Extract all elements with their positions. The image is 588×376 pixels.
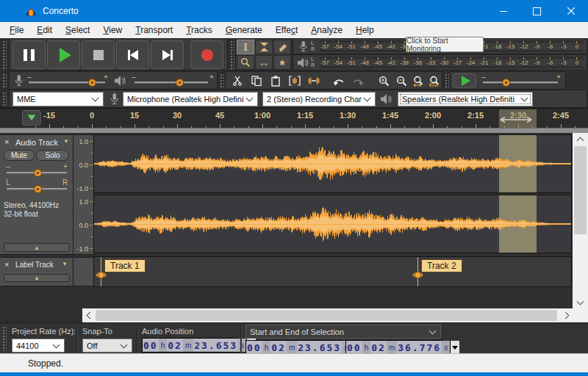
recording-channels-select[interactable]: 2 (Stereo) Recording Channels <box>262 92 376 106</box>
toolbar-grip[interactable] <box>2 326 7 351</box>
fit-selection-button[interactable] <box>411 73 427 88</box>
label-track-lane[interactable]: Track 1Track 2 <box>94 257 571 286</box>
menu-tracks[interactable]: Tracks <box>179 22 219 38</box>
silence-audio-button[interactable] <box>305 73 323 88</box>
track-collapse-button[interactable]: ▲ <box>4 274 70 282</box>
solo-button[interactable]: Solo <box>36 150 69 161</box>
timefield-digits[interactable]: 02 <box>167 339 183 352</box>
menu-analyze[interactable]: Analyze <box>304 22 349 38</box>
menu-effect[interactable]: Effect <box>269 22 304 38</box>
scroll-left-button[interactable] <box>82 308 95 322</box>
timefield-unit[interactable]: h <box>262 341 271 354</box>
scroll-right-button[interactable] <box>560 308 573 322</box>
gain-slider[interactable] <box>7 167 67 178</box>
menu-help[interactable]: Help <box>349 22 381 38</box>
cut-button[interactable] <box>229 73 246 88</box>
toolbar-grip[interactable] <box>2 92 7 106</box>
paste-button[interactable] <box>267 73 284 88</box>
label-text[interactable]: Track 1 <box>104 259 146 272</box>
playback-meter[interactable]: LR -57-54-51-48-45-42-39-36-33-30-27-24-… <box>293 54 587 70</box>
track-title[interactable]: Audio Track <box>15 138 58 147</box>
timefield-unit[interactable]: h <box>362 341 371 354</box>
track-title[interactable]: Label Track <box>15 261 54 269</box>
snap-to-select[interactable]: Off <box>82 339 132 352</box>
zoom-out-button[interactable] <box>393 73 409 88</box>
timefield-digits[interactable]: 00 <box>143 339 159 352</box>
multi-tool-button[interactable]: * <box>273 55 291 70</box>
draw-tool-button[interactable] <box>273 40 291 54</box>
close-button[interactable] <box>554 0 587 22</box>
scroll-up-button[interactable] <box>573 133 588 145</box>
timefield-digits[interactable]: 00 <box>346 341 362 354</box>
timefield-digits[interactable]: 23.653 <box>193 339 238 352</box>
selection-tool-button[interactable]: I <box>237 40 254 54</box>
selection-end-field[interactable]: 00h02m36.776s <box>345 340 442 355</box>
timefield-digits[interactable]: 23.653 <box>297 341 342 354</box>
play-speed-slider[interactable] <box>483 77 558 87</box>
recording-device-select[interactable]: Microphone (Realtek High Defini <box>123 92 258 106</box>
toolbar-grip[interactable] <box>230 40 234 70</box>
horizontal-scrollbar[interactable] <box>82 308 573 322</box>
track-collapse-button[interactable]: ▲ <box>4 243 70 252</box>
toolbar-grip[interactable] <box>2 40 7 70</box>
undo-button[interactable] <box>330 73 348 88</box>
track-close-button[interactable]: × <box>4 260 9 269</box>
audio-host-select[interactable]: MME <box>12 92 104 106</box>
menu-generate[interactable]: Generate <box>219 22 269 38</box>
maximize-button[interactable] <box>520 0 553 22</box>
trim-audio-button[interactable] <box>286 73 304 88</box>
timefield-unit[interactable]: h <box>159 339 168 352</box>
recording-volume-slider[interactable] <box>29 77 105 87</box>
play-button[interactable] <box>47 40 80 69</box>
timefield-digits[interactable]: 02 <box>270 341 287 354</box>
zoom-tool-button[interactable] <box>237 55 254 70</box>
minimize-button[interactable] <box>487 0 520 22</box>
scroll-down-button[interactable] <box>573 296 588 308</box>
menu-view[interactable]: View <box>96 22 129 38</box>
toolbar-grip[interactable] <box>445 73 449 88</box>
menu-edit[interactable]: Edit <box>30 22 59 38</box>
scrub-bar[interactable] <box>0 128 588 133</box>
toolbar-grip[interactable] <box>220 73 224 88</box>
play-at-speed-button[interactable] <box>453 73 476 88</box>
title-bar[interactable]: Concerto <box>0 0 588 22</box>
record-button[interactable] <box>190 40 223 69</box>
vertical-scale-ruler[interactable]: 1.0 0.0 -1.0 1.0 0.0 -1.0 <box>74 134 94 255</box>
zoom-in-button[interactable] <box>376 73 392 88</box>
waveform-channel-left[interactable] <box>94 135 571 192</box>
label-text[interactable]: Track 2 <box>421 259 462 272</box>
track-close-button[interactable]: × <box>4 137 9 146</box>
monitoring-tooltip[interactable]: Click to Start Monitoring <box>406 37 484 52</box>
timefield-dropdown-button[interactable] <box>450 341 459 354</box>
redo-button[interactable] <box>349 73 367 88</box>
playback-device-select[interactable]: Speakers (Realtek High Definiti <box>398 92 533 106</box>
pause-button[interactable] <box>12 40 46 69</box>
envelope-tool-button[interactable] <box>255 40 273 54</box>
waveform-channel-right[interactable] <box>94 195 571 253</box>
playback-volume-slider[interactable] <box>135 77 208 87</box>
timefield-unit[interactable]: m <box>183 339 193 352</box>
timefield-digits[interactable]: 02 <box>370 341 387 354</box>
timefield-digits[interactable]: 00 <box>246 341 262 354</box>
time-shift-tool-button[interactable]: ↔ <box>255 55 273 70</box>
selection-start-field[interactable]: 00h02m23.653s <box>245 340 343 355</box>
timeline-ruler[interactable]: -1501530451:001:151:301:452:002:152:302:… <box>0 108 588 128</box>
pan-slider[interactable] <box>7 184 67 194</box>
skip-to-end-button[interactable] <box>151 40 184 69</box>
fit-project-button[interactable] <box>427 73 443 88</box>
track-menu-dropdown[interactable]: ▼ <box>63 138 69 145</box>
copy-button[interactable] <box>248 73 265 88</box>
timefield-unit[interactable]: s <box>442 341 450 354</box>
project-rate-select[interactable]: 44100 <box>12 339 65 352</box>
selection-mode-select[interactable]: Start and End of Selection <box>245 325 441 339</box>
horizontal-scroll-thumb[interactable] <box>96 310 557 321</box>
timefield-unit[interactable]: m <box>387 341 397 354</box>
mute-button[interactable]: Mute <box>4 150 35 161</box>
menu-select[interactable]: Select <box>59 22 96 38</box>
timefield-unit[interactable]: m <box>287 341 297 354</box>
track-menu-dropdown[interactable]: ▼ <box>62 261 68 267</box>
menu-transport[interactable]: Transport <box>129 22 179 38</box>
timefield-digits[interactable]: 36.776 <box>397 341 442 354</box>
vertical-scroll-thumb[interactable] <box>574 146 587 234</box>
ruler-selection-region[interactable] <box>499 109 537 129</box>
